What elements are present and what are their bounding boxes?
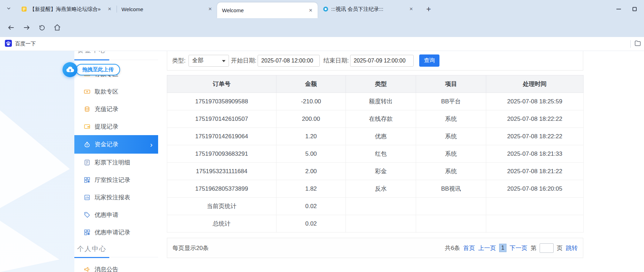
reload-button[interactable] xyxy=(36,22,47,33)
table-cell: 0.02 xyxy=(276,215,346,233)
sidebar-item-10[interactable]: 优惠申请记录› xyxy=(74,223,158,241)
sidebar-item-announcements[interactable]: 消息公告› xyxy=(74,260,158,272)
folder-icon[interactable] xyxy=(634,40,641,48)
baidu-paw-icon xyxy=(5,40,12,48)
sidebar-item-label: 玩家投注报表 xyxy=(95,193,130,201)
table-cell: 1751962805373899 xyxy=(167,180,276,198)
section-underline xyxy=(74,59,109,60)
table-cell: 彩金 xyxy=(346,163,416,180)
new-tab-button[interactable]: + xyxy=(424,4,434,14)
table-cell: 优惠 xyxy=(346,128,416,145)
tab-title: 【新提醒】海燕策略论坛综合» xyxy=(30,6,103,13)
main-panel: 类型: 全部 开始日期: 结束日期: 查询 订单号金额类型项目处理时间 1751… xyxy=(167,51,583,258)
bookmarks-right xyxy=(630,37,641,51)
browser-tab-1[interactable]: 【新提醒】海燕策略论坛综合»× xyxy=(16,0,117,18)
sidebar-item-label: 消息公告 xyxy=(95,265,118,272)
table-cell: 0.02 xyxy=(276,198,346,215)
table-cell: 2.00 xyxy=(276,163,346,180)
minimize-icon xyxy=(616,9,621,9)
jump-button[interactable]: 跳转 xyxy=(566,244,578,252)
table-cell: 1751970093683291 xyxy=(167,145,276,163)
blue-circle-icon xyxy=(323,6,328,12)
table-cell: 2025-07-08 18:22:22 xyxy=(486,128,584,145)
sidebar-item-label: 取款专区 xyxy=(95,88,118,96)
browser-tab-2[interactable]: Welcome× xyxy=(117,0,217,18)
sidebar-item-label: 彩票下注明细 xyxy=(95,159,130,167)
sidebar-item-3[interactable]: 充值记录› xyxy=(74,100,158,118)
sidebar-item-5[interactable]: 资金记录› xyxy=(74,135,158,154)
select-arrow-icon xyxy=(222,60,225,62)
chevron-down-icon xyxy=(6,6,12,13)
drag-upload-overlay[interactable]: 拖拽至此上传 xyxy=(62,62,120,77)
bookmark-label: 百度一下 xyxy=(15,41,36,47)
back-button[interactable] xyxy=(6,22,17,33)
next-page-link[interactable]: 下一页 xyxy=(510,244,527,252)
column-header: 订单号 xyxy=(167,75,276,93)
jump-page-input[interactable] xyxy=(540,243,554,253)
browser-tab-4[interactable]: :::视讯 会员下注纪录:::× xyxy=(318,0,418,18)
type-select-value: 全部 xyxy=(192,57,203,64)
sidebar-item-2[interactable]: 取款专区› xyxy=(74,83,158,100)
divider xyxy=(630,40,631,48)
pagination-controls: 共6条 首页 上一页 1 下一页 第 页 跳转 xyxy=(445,243,578,253)
end-date-input[interactable] xyxy=(350,55,414,67)
table-row: 17519701426190641.20优惠系统2025-07-08 18:22… xyxy=(167,128,584,145)
prev-page-link[interactable]: 上一页 xyxy=(478,244,496,252)
maximize-icon xyxy=(632,7,637,11)
sidebar-item-7[interactable]: 厅室投注记录› xyxy=(74,171,158,189)
table-cell: 2025-07-08 18:22:22 xyxy=(486,110,584,128)
current-page-badge[interactable]: 1 xyxy=(499,244,506,252)
navigation-bar: js13.cc/hhcp/usercenter.html?iniType=6 xyxy=(0,18,644,37)
minimize-button[interactable] xyxy=(610,0,627,18)
sidebar-item-label: 优惠申请 xyxy=(95,211,118,219)
tab-title: :::视讯 会员下注纪录::: xyxy=(331,6,405,13)
tab-title: Welcome xyxy=(121,6,204,12)
type-select[interactable]: 全部 xyxy=(188,55,229,67)
sidebar-item-6[interactable]: 彩票下注明细› xyxy=(74,154,158,171)
jump-label-post: 页 xyxy=(557,244,563,252)
section-title-clipped: 资金中心 xyxy=(77,51,106,55)
table-cell: -210.00 xyxy=(276,93,346,110)
sidebar-item-9[interactable]: 优惠申请› xyxy=(74,206,158,223)
close-tab-icon[interactable]: × xyxy=(106,6,113,13)
table-cell: 红包 xyxy=(346,145,416,163)
table-cell: 反水 xyxy=(346,180,416,198)
tab-search-button[interactable] xyxy=(4,5,13,14)
section-title: 个人中心 xyxy=(77,244,106,253)
search-button[interactable]: 查询 xyxy=(419,54,439,67)
bookmark-baidu[interactable]: 百度一下 xyxy=(5,40,36,48)
column-header: 类型 xyxy=(346,75,416,93)
table-cell: 系统 xyxy=(416,110,486,128)
start-date-input[interactable] xyxy=(258,55,320,67)
browser-tab-3[interactable]: Welcome× xyxy=(217,2,318,18)
table-cell xyxy=(416,215,486,233)
table-cell: 5.00 xyxy=(276,145,346,163)
sidebar-item-label: 提现记录 xyxy=(95,123,118,131)
maximize-button[interactable] xyxy=(627,0,643,18)
table-cell: 系统 xyxy=(416,145,486,163)
browser-window: 【新提醒】海燕策略论坛综合»×Welcome×Welcome×:::视讯 会员下… xyxy=(0,0,644,272)
table-cell xyxy=(346,198,416,215)
records-table: 订单号金额类型项目处理时间 1751970358909588-210.00额度转… xyxy=(167,75,584,233)
close-tab-icon[interactable]: × xyxy=(307,7,314,14)
sidebar-item-8[interactable]: 玩家投注报表› xyxy=(74,189,158,206)
close-tab-icon[interactable]: × xyxy=(207,6,214,13)
sidebar-item-4[interactable]: 提现记录› xyxy=(74,118,158,135)
table-cell xyxy=(486,215,584,233)
table-row: 17519700936832915.00红包系统2025-07-08 18:21… xyxy=(167,145,584,163)
upload-pill-label[interactable]: 拖拽至此上传 xyxy=(76,64,120,75)
upload-cloud-icon[interactable] xyxy=(62,62,77,77)
column-header: 项目 xyxy=(416,75,486,93)
close-tab-icon[interactable]: × xyxy=(408,6,415,13)
table-row: 总统计0.02 xyxy=(167,215,584,233)
forward-button[interactable] xyxy=(21,22,32,33)
announcement-icon xyxy=(83,266,90,272)
home-button[interactable] xyxy=(52,22,63,33)
column-header: 处理时间 xyxy=(486,75,584,93)
table-row: 1751970358909588-210.00额度转出BB平台2025-07-0… xyxy=(167,93,584,110)
first-page-link[interactable]: 首页 xyxy=(463,244,475,252)
table-header-row: 订单号金额类型项目处理时间 xyxy=(167,75,584,93)
tab-title: Welcome xyxy=(222,7,304,13)
tab-strip: 【新提醒】海燕策略论坛综合»×Welcome×Welcome×:::视讯 会员下… xyxy=(0,0,644,18)
table-cell xyxy=(486,198,584,215)
